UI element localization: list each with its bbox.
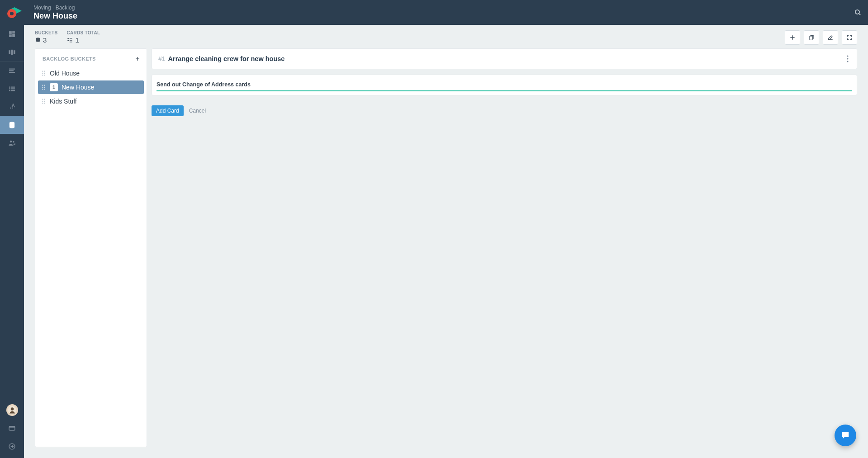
card-menu-button[interactable]: [844, 55, 851, 62]
top-bar: Moving · Backlog New House: [0, 0, 868, 25]
svg-point-54: [42, 101, 43, 102]
credit-card-icon: [8, 425, 16, 432]
database-icon: [8, 121, 16, 129]
nav-list[interactable]: [0, 80, 24, 98]
edit-button[interactable]: [823, 30, 838, 45]
bucket-label: New House: [62, 84, 140, 91]
nav-backlog[interactable]: [0, 116, 24, 134]
search-button[interactable]: [847, 0, 868, 25]
nav-billing[interactable]: [0, 419, 24, 437]
page-title: New House: [33, 11, 77, 21]
stat-buckets-label: BUCKETS: [35, 30, 57, 35]
svg-point-60: [847, 61, 848, 62]
svg-point-40: [42, 71, 43, 71]
svg-rect-6: [12, 33, 15, 37]
svg-rect-9: [11, 49, 13, 54]
bucket-item[interactable]: 1New House: [38, 80, 144, 94]
new-card-form: [152, 75, 857, 95]
svg-rect-13: [9, 72, 15, 73]
svg-rect-27: [9, 426, 15, 430]
new-card-input[interactable]: [157, 80, 852, 91]
svg-rect-8: [9, 50, 10, 54]
svg-rect-7: [9, 34, 12, 37]
svg-rect-18: [9, 90, 10, 91]
svg-point-46: [42, 85, 43, 85]
add-card-button[interactable]: Add Card: [152, 105, 184, 116]
bucket-item[interactable]: Kids Stuff: [38, 95, 144, 108]
left-nav: [0, 25, 24, 458]
list-icon: [8, 85, 16, 93]
nav-team[interactable]: [0, 134, 24, 152]
svg-line-3: [859, 14, 860, 15]
svg-point-57: [44, 103, 45, 104]
copy-button[interactable]: [804, 30, 819, 45]
bucket-label: Old House: [50, 70, 140, 77]
cancel-button[interactable]: Cancel: [189, 108, 206, 114]
chat-icon: [840, 430, 850, 440]
chat-fab[interactable]: [835, 425, 856, 446]
fullscreen-button[interactable]: [842, 30, 857, 45]
svg-point-45: [44, 75, 45, 76]
bucket-count-badge: 1: [50, 83, 58, 91]
bucket-item[interactable]: Old House: [38, 67, 144, 80]
svg-point-53: [44, 99, 45, 99]
bars-icon: [8, 67, 16, 75]
search-icon: [854, 9, 862, 16]
svg-rect-5: [12, 31, 15, 33]
header-titles: Moving · Backlog New House: [33, 5, 77, 21]
stat-cards-label: CARDS TOTAL: [66, 30, 100, 35]
svg-point-23: [13, 141, 14, 142]
svg-point-58: [847, 55, 848, 57]
stat-buckets-value: 3: [43, 36, 47, 44]
buckets-panel-title: BACKLOG BUCKETS: [43, 56, 96, 61]
kebab-icon: [847, 55, 849, 62]
stat-cards-value: 1: [75, 36, 79, 44]
add-bucket-button[interactable]: [135, 56, 140, 61]
database-icon: [35, 37, 41, 43]
drag-handle-icon[interactable]: [42, 98, 46, 104]
buckets-panel: BACKLOG BUCKETS Old House1New HouseKids …: [35, 48, 147, 447]
drag-handle-icon[interactable]: [42, 84, 46, 90]
svg-point-22: [9, 141, 12, 143]
svg-point-24: [14, 143, 15, 144]
svg-point-52: [42, 99, 43, 99]
nav-dashboard[interactable]: [0, 25, 24, 43]
stat-buckets: BUCKETS 3: [35, 30, 57, 44]
main-content: BUCKETS 3 CARDS TOTAL 1: [24, 25, 868, 458]
svg-rect-14: [9, 86, 10, 87]
svg-rect-10: [14, 50, 15, 54]
expand-icon: [846, 34, 853, 41]
nav-sprints[interactable]: [0, 98, 24, 116]
svg-point-2: [855, 10, 859, 14]
nav-user-avatar[interactable]: [0, 401, 24, 419]
svg-rect-11: [9, 68, 15, 69]
add-button[interactable]: [785, 30, 800, 45]
nav-boards[interactable]: [0, 43, 24, 61]
svg-point-41: [44, 71, 45, 71]
app-logo[interactable]: [5, 4, 24, 22]
edit-icon: [827, 34, 834, 41]
card-title: Arrange cleaning crew for new house: [168, 55, 844, 62]
svg-point-49: [44, 87, 45, 88]
checklist-icon: [66, 37, 73, 43]
running-icon: [9, 103, 16, 110]
svg-point-47: [44, 85, 45, 85]
svg-point-42: [42, 73, 43, 74]
svg-point-48: [42, 87, 43, 88]
svg-point-56: [42, 103, 43, 104]
cards-column: #1Arrange cleaning crew for new house Ad…: [152, 48, 857, 447]
svg-rect-19: [11, 90, 15, 91]
avatar-icon: [8, 406, 17, 415]
team-icon: [8, 139, 16, 147]
dashboard-icon: [8, 30, 16, 38]
nav-logout[interactable]: [0, 437, 24, 455]
nav-timeline[interactable]: [0, 61, 24, 80]
stat-cards: CARDS TOTAL 1: [66, 30, 100, 44]
toolbar: [785, 30, 857, 45]
card-row[interactable]: #1Arrange cleaning crew for new house: [152, 48, 857, 69]
breadcrumb: Moving · Backlog: [33, 5, 77, 11]
drag-handle-icon[interactable]: [42, 70, 46, 76]
plus-icon: [789, 34, 796, 41]
svg-rect-37: [809, 36, 812, 40]
plus-icon: [135, 56, 140, 61]
